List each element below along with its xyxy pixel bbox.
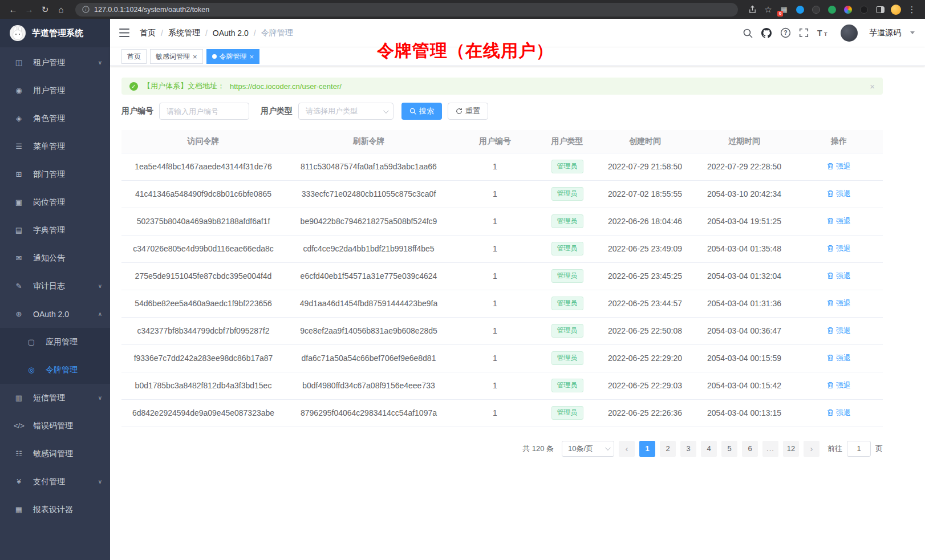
page-button-5[interactable]: 5 [721, 441, 737, 457]
tab-sensitive-word[interactable]: 敏感词管理 × [150, 49, 203, 64]
post-briefcase-icon: ▣ [14, 198, 24, 206]
sidebar-item-menu[interactable]: ☰菜单管理 [0, 132, 110, 160]
bookmark-star-icon[interactable]: ☆ [763, 5, 773, 15]
search-icon [409, 108, 416, 115]
help-icon[interactable]: ? [780, 27, 791, 38]
sidebar-collapse-icon[interactable] [119, 29, 129, 37]
sidebar-item-payment[interactable]: ¥支付管理∨ [0, 468, 110, 496]
user-avatar[interactable] [841, 25, 858, 42]
sidebar-item-oauth[interactable]: ⊕OAuth 2.0∧ [0, 300, 110, 328]
extension-dark-icon[interactable] [811, 5, 821, 15]
close-icon[interactable]: × [250, 53, 254, 60]
sidebar-item-label: 部门管理 [33, 169, 65, 180]
extension-bird-icon[interactable] [795, 5, 805, 15]
close-icon[interactable]: × [193, 53, 197, 60]
sidebar-item-role[interactable]: ◈角色管理 [0, 104, 110, 132]
page-size-select[interactable]: 10条/页 [562, 441, 614, 457]
fullscreen-icon[interactable] [799, 28, 809, 38]
reset-button[interactable]: 重置 [448, 103, 488, 120]
sidebar-item-error-code[interactable]: </>错误码管理 [0, 412, 110, 440]
user-type-badge: 管理员 [551, 214, 583, 228]
sidebar-item-dict[interactable]: ▤字典管理 [0, 216, 110, 244]
sidebar-item-report-designer[interactable]: ▦报表设计器 [0, 496, 110, 524]
force-logout-button[interactable]: 强退 [827, 216, 851, 226]
prev-page-button[interactable]: ‹ [619, 441, 635, 457]
user-type-select[interactable]: 请选择用户类型 [298, 103, 393, 120]
sidebar-item-tenant[interactable]: ◫租户管理∨ [0, 48, 110, 76]
pagination: 共 120 条 10条/页 ‹ 123456...12 › 前往 页 [121, 441, 883, 457]
browser-toolbar: ← → ↻ ⌂ i 127.0.0.1:1024/system/oauth2/t… [0, 0, 925, 19]
force-logout-button[interactable]: 强退 [827, 271, 851, 281]
search-icon[interactable] [743, 28, 753, 38]
search-button[interactable]: 搜索 [401, 103, 442, 120]
report-designer-doc-icon: ▦ [14, 505, 24, 514]
expire-time-cell: 2054-03-10 20:42:34 [693, 180, 795, 208]
sidebar-item-oauth-app[interactable]: ▢应用管理 [0, 328, 110, 356]
page-button-6[interactable]: 6 [742, 441, 758, 457]
dictionary-book-icon: ▤ [14, 226, 24, 234]
token-signal-icon: ◎ [26, 366, 36, 374]
sidebar-item-sensitive-word[interactable]: ☷敏感词管理 [0, 440, 110, 468]
force-logout-button[interactable]: 强退 [827, 161, 851, 172]
force-logout-button[interactable]: 强退 [827, 244, 851, 254]
access-token-cell: 275e5de9151045fe87cbdc395e004f4d [121, 262, 285, 290]
chevron-down-icon[interactable] [910, 31, 915, 34]
username[interactable]: 芋道源码 [869, 28, 901, 38]
sidebar-item-oauth-token[interactable]: ◎令牌管理 [0, 356, 110, 384]
page-ellipsis[interactable]: ... [762, 441, 778, 457]
breadcrumb-system[interactable]: 系统管理 [168, 28, 200, 38]
audit-log-edit-icon: ✎ [14, 282, 24, 290]
force-logout-button[interactable]: 强退 [827, 353, 851, 363]
goto-page-input[interactable] [847, 441, 871, 457]
force-logout-button[interactable]: 强退 [827, 326, 851, 336]
next-page-button[interactable]: › [804, 441, 819, 457]
force-logout-button[interactable]: 强退 [827, 298, 851, 309]
font-size-icon[interactable]: TT [817, 29, 829, 38]
extension-green-icon[interactable] [827, 5, 837, 15]
browser-menu-icon[interactable]: ⋮ [904, 2, 919, 17]
browser-profile-avatar[interactable] [891, 5, 901, 15]
alert-close-icon[interactable]: × [870, 82, 875, 91]
extension-grid-icon[interactable]: ▦ 0 [779, 5, 789, 15]
tab-home[interactable]: 首页 [121, 49, 147, 64]
sidebar-item-post[interactable]: ▣岗位管理 [0, 188, 110, 216]
top-navbar: 首页 / 系统管理 / OAuth 2.0 / 令牌管理 ? TT [110, 19, 925, 47]
role-users-icon: ◈ [14, 114, 24, 123]
sidebar-item-audit-log[interactable]: ✎审计日志∨ [0, 272, 110, 300]
access-token-cell: 1ea5e44f8bc1467aaede43144f31de76 [121, 153, 285, 180]
svg-text:T: T [817, 29, 822, 38]
share-icon[interactable] [747, 5, 757, 15]
address-bar[interactable]: i 127.0.0.1:1024/system/oauth2/token [75, 3, 738, 17]
back-icon[interactable]: ← [6, 2, 21, 17]
github-icon[interactable] [761, 27, 772, 39]
page-button-4[interactable]: 4 [701, 441, 717, 457]
forward-icon[interactable]: → [22, 2, 36, 17]
user-id-input[interactable] [159, 103, 249, 120]
sidebar-item-label: 岗位管理 [33, 197, 65, 208]
site-info-icon[interactable]: i [82, 6, 90, 13]
browser-sidebar-icon[interactable] [875, 5, 885, 15]
home-icon[interactable]: ⌂ [54, 2, 68, 17]
refresh-icon[interactable]: ↻ [38, 2, 52, 17]
sidebar-item-sms[interactable]: ▥短信管理∨ [0, 384, 110, 412]
sidebar-item-notice[interactable]: ✉通知公告 [0, 244, 110, 272]
breadcrumb-home[interactable]: 首页 [140, 28, 156, 38]
user-id-cell: 1 [452, 344, 538, 372]
sidebar-item-label: OAuth 2.0 [33, 310, 69, 319]
page-button-12[interactable]: 12 [783, 441, 799, 457]
breadcrumb-oauth[interactable]: OAuth 2.0 [213, 29, 249, 38]
sidebar-item-dept[interactable]: ⊞部门管理 [0, 160, 110, 188]
page-button-1[interactable]: 1 [639, 441, 655, 457]
doc-link[interactable]: https://doc.iocoder.cn/user-center/ [230, 82, 342, 91]
force-logout-button[interactable]: 强退 [827, 408, 851, 418]
extension-paw-icon[interactable] [859, 5, 869, 15]
extension-rainbow-icon[interactable] [843, 5, 853, 15]
force-logout-button[interactable]: 强退 [827, 189, 851, 199]
sidebar-item-user[interactable]: ◉用户管理 [0, 76, 110, 104]
page-button-3[interactable]: 3 [680, 441, 696, 457]
force-logout-button[interactable]: 强退 [827, 380, 851, 391]
expire-time-cell: 2022-07-29 22:28:50 [693, 153, 795, 180]
expire-time-cell: 2054-03-04 19:51:25 [693, 208, 795, 235]
page-button-2[interactable]: 2 [660, 441, 676, 457]
tab-token[interactable]: 令牌管理 × [206, 49, 260, 64]
